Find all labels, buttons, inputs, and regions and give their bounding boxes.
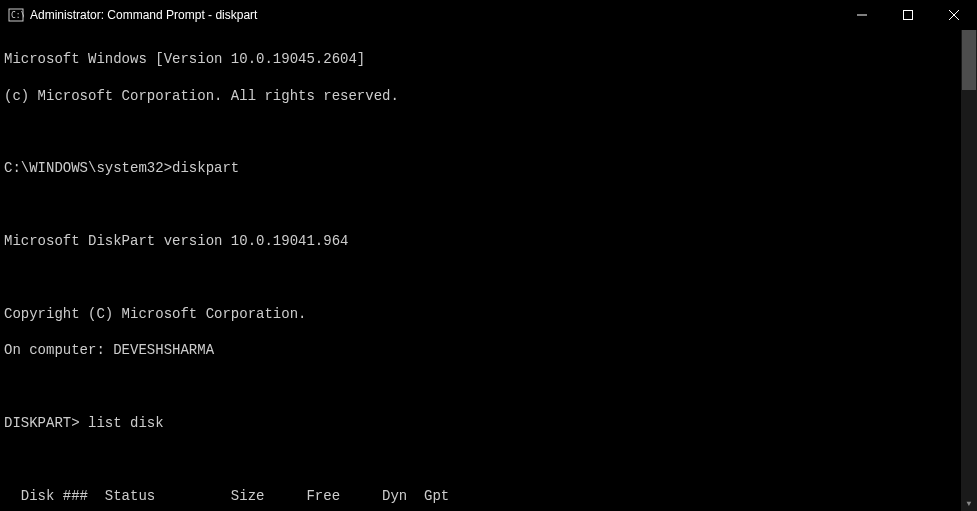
maximize-button[interactable] [885,0,931,30]
blank-line [4,123,973,141]
svg-text:C:\: C:\ [11,11,24,20]
prompt-line: C:\WINDOWS\system32>diskpart [4,159,973,177]
blank-line [4,450,973,468]
blank-line [4,268,973,286]
minimize-button[interactable] [839,0,885,30]
blank-line [4,196,973,214]
window-title: Administrator: Command Prompt - diskpart [30,8,839,22]
diskpart-copyright: Copyright (C) Microsoft Corporation. [4,305,973,323]
diskpart-prompt-line: DISKPART> list disk [4,414,973,432]
vertical-scrollbar[interactable]: ▲ ▼ [961,30,977,511]
diskpart-prompt: DISKPART> [4,415,88,431]
close-button[interactable] [931,0,977,30]
titlebar: C:\ Administrator: Command Prompt - disk… [0,0,977,30]
diskpart-version: Microsoft DiskPart version 10.0.19041.96… [4,232,973,250]
prompt-path: C:\WINDOWS\system32> [4,160,172,176]
blank-line [4,378,973,396]
copyright-line: (c) Microsoft Corporation. All rights re… [4,87,973,105]
version-line: Microsoft Windows [Version 10.0.19045.26… [4,50,973,68]
terminal-output[interactable]: Microsoft Windows [Version 10.0.19045.26… [0,30,977,511]
svg-rect-3 [904,11,913,20]
scroll-thumb[interactable] [962,30,976,90]
command-text: list disk [88,415,164,431]
table-header: Disk ### Status Size Free Dyn Gpt [4,487,973,505]
computer-name: On computer: DEVESHSHARMA [4,341,973,359]
scroll-down-arrow-icon[interactable]: ▼ [961,495,977,511]
cmd-icon: C:\ [8,7,24,23]
window-controls [839,0,977,30]
command-text: diskpart [172,160,239,176]
